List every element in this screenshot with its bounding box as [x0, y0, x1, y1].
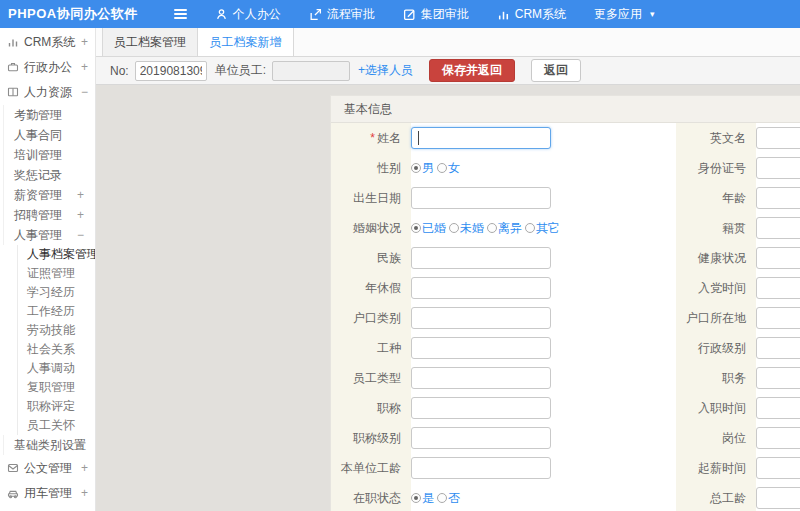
expand-plus-icon[interactable]: +	[81, 486, 88, 500]
text-input-left-7[interactable]	[411, 337, 551, 359]
field-cell	[756, 333, 800, 363]
radio-option-label[interactable]: 否	[448, 490, 460, 507]
text-input-left-4[interactable]	[411, 247, 551, 269]
radio-button-selected[interactable]	[411, 163, 421, 173]
radio-option-label[interactable]: 其它	[536, 220, 560, 237]
sidebar-item-label: 用车管理	[24, 485, 72, 502]
radio-button[interactable]	[449, 223, 459, 233]
collapse-minus-icon[interactable]: −	[77, 228, 84, 242]
sidebar-item-sub-17[interactable]: 复职管理	[17, 378, 95, 397]
radio-option-label[interactable]: 是	[422, 490, 434, 507]
text-input-right-6[interactable]	[756, 307, 800, 329]
sidebar-item-3[interactable]: 考勤管理	[3, 105, 95, 125]
unit-employee-input[interactable]	[272, 61, 350, 81]
sidebar-item-0[interactable]: CRM系统+	[0, 30, 95, 54]
no-input[interactable]	[135, 61, 207, 81]
text-input-right-0[interactable]	[756, 127, 800, 149]
sidebar-item-20[interactable]: 基础类别设置+	[3, 435, 95, 455]
sidebar-item-label: 奖惩记录	[14, 167, 62, 184]
expand-plus-icon[interactable]: +	[77, 188, 84, 202]
text-input-right-7[interactable]	[756, 337, 800, 359]
radio-option-label[interactable]: 未婚	[460, 220, 484, 237]
radio-button[interactable]	[487, 223, 497, 233]
field-label: 在职状态	[331, 483, 411, 511]
field-cell	[756, 393, 800, 423]
sidebar-item-1[interactable]: 行政办公+	[0, 55, 95, 79]
expand-plus-icon[interactable]: +	[81, 60, 88, 74]
text-input-right-10[interactable]	[756, 427, 800, 449]
select-person-link[interactable]: +选择人员	[358, 62, 413, 79]
text-input-right-5[interactable]	[756, 277, 800, 299]
radio-button-selected[interactable]	[411, 223, 421, 233]
sidebar-item-sub-16[interactable]: 人事调动	[17, 359, 95, 378]
expand-plus-icon[interactable]: +	[77, 208, 84, 222]
sidebar-item-8[interactable]: 招聘管理+	[3, 205, 95, 225]
sidebar-item-sub-19[interactable]: 员工关怀	[17, 416, 95, 435]
sidebar-item-label: 学习经历	[27, 284, 75, 301]
save-and-return-button[interactable]: 保存并返回	[429, 59, 515, 82]
text-input-right-12[interactable]	[756, 487, 800, 509]
sidebar-item-sub-12[interactable]: 学习经历	[17, 283, 95, 302]
tab-employee-archive-new[interactable]: 员工档案新增	[198, 28, 294, 56]
sidebar-item-sub-15[interactable]: 社会关系	[17, 340, 95, 359]
chart-icon	[7, 36, 19, 48]
text-input-right-1[interactable]	[756, 157, 800, 179]
sidebar-item-9[interactable]: 人事管理−	[3, 225, 95, 245]
text-input-left-8[interactable]	[411, 367, 551, 389]
expand-plus-icon[interactable]: +	[81, 461, 88, 475]
sidebar-item-sub-13[interactable]: 工作经历	[17, 302, 95, 321]
text-input-left-11[interactable]	[411, 457, 551, 479]
sidebar-item-2[interactable]: 人力资源−	[0, 80, 95, 104]
text-input-right-11[interactable]	[756, 457, 800, 479]
sidebar-item-sub-14[interactable]: 劳动技能	[17, 321, 95, 340]
sidebar-item-sub-18[interactable]: 职称评定	[17, 397, 95, 416]
radio-button[interactable]	[437, 493, 447, 503]
text-input-left-10[interactable]	[411, 427, 551, 449]
text-input-right-8[interactable]	[756, 367, 800, 389]
sidebar-item-22[interactable]: 用车管理+	[0, 481, 95, 505]
hamburger-menu-icon[interactable]	[174, 9, 187, 19]
radio-option-label[interactable]: 离异	[498, 220, 522, 237]
radio-group-left-12: 是否	[411, 490, 460, 507]
expand-plus-icon[interactable]: +	[77, 438, 84, 452]
sidebar-item-label: 人事管理	[14, 227, 62, 244]
sidebar-item-4[interactable]: 人事合同	[3, 125, 95, 145]
nav-item-more-apps[interactable]: 更多应用 ▾	[594, 6, 655, 23]
text-input-left-2[interactable]	[411, 187, 551, 209]
radio-option-label[interactable]: 男	[422, 160, 434, 177]
text-input-right-2[interactable]	[756, 187, 800, 209]
radio-button-selected[interactable]	[411, 493, 421, 503]
sidebar-item-5[interactable]: 培训管理	[3, 145, 95, 165]
field-label: 工种	[331, 333, 411, 363]
radio-option-label[interactable]: 已婚	[422, 220, 446, 237]
sidebar-item-sub-10[interactable]: 人事档案管理	[17, 245, 95, 264]
sidebar-item-7[interactable]: 薪资管理+	[3, 185, 95, 205]
text-input-left-6[interactable]	[411, 307, 551, 329]
field-cell: 已婚未婚离异其它	[411, 213, 676, 243]
sidebar-item-sub-11[interactable]: 证照管理	[17, 264, 95, 283]
sidebar-item-21[interactable]: 公文管理+	[0, 456, 95, 480]
text-input-right-3[interactable]	[756, 217, 800, 239]
text-input-right-9[interactable]	[756, 397, 800, 419]
field-label: 员工类型	[331, 363, 411, 393]
nav-item-personal-office[interactable]: 个人办公	[215, 6, 281, 23]
basic-info-panel: 基本信息 *姓名英文名性别男女身份证号出生日期年龄婚姻状况已婚未婚离异其它籍贯民…	[330, 95, 800, 511]
nav-item-crm-system[interactable]: CRM系统	[497, 6, 566, 23]
radio-option-label[interactable]: 女	[448, 160, 460, 177]
text-input-left-5[interactable]	[411, 277, 551, 299]
field-label: 本单位工龄	[331, 453, 411, 483]
return-button[interactable]: 返回	[531, 59, 581, 82]
nav-item-label: 集团审批	[421, 6, 469, 23]
text-input-right-4[interactable]	[756, 247, 800, 269]
sidebar-item-6[interactable]: 奖惩记录	[3, 165, 95, 185]
tab-employee-archive-manage[interactable]: 员工档案管理	[102, 28, 198, 56]
collapse-minus-icon[interactable]: −	[81, 85, 88, 99]
radio-button[interactable]	[525, 223, 535, 233]
text-input-left-0[interactable]	[411, 127, 551, 149]
nav-item-group-approval[interactable]: 集团审批	[403, 6, 469, 23]
expand-plus-icon[interactable]: +	[81, 35, 88, 49]
radio-button[interactable]	[437, 163, 447, 173]
nav-item-workflow-approval[interactable]: 流程审批	[309, 6, 375, 23]
text-input-left-9[interactable]	[411, 397, 551, 419]
sidebar-item-label: 人事调动	[27, 360, 75, 377]
